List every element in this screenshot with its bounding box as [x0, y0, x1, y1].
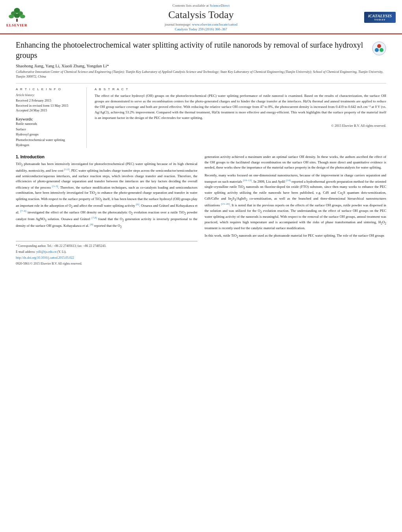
main-left-column: 1. Introduction TiO2 photoanode has been…: [16, 154, 197, 267]
abstract-text: The effect of the surface hydroxyl (OH) …: [95, 93, 386, 121]
right-paragraph-2: Recently, many works focused on one-dime…: [205, 173, 386, 231]
right-paragraph-3: In this work, rutile TiO2 nanorods are u…: [205, 233, 386, 239]
main-right-body: generation activity achieved a maximum u…: [205, 154, 386, 239]
doi-link[interactable]: http://dx.doi.org/10.1016/j.cattod.2015.…: [16, 256, 74, 260]
svg-point-9: [377, 44, 381, 48]
keyword-5: Hydrogen: [16, 143, 82, 148]
svg-point-6: [20, 15, 25, 19]
main-content-section: 1. Introduction TiO2 photoanode has been…: [16, 154, 386, 267]
doi-note: http://dx.doi.org/10.1016/j.cattod.2015.…: [16, 256, 197, 260]
svg-point-4: [9, 15, 14, 19]
email-label: E-mail address:: [16, 250, 35, 254]
article-info-label: A R T I C L E I N F O: [16, 87, 82, 91]
intro-paragraph-1: TiO2 photoanode has been intensively inv…: [16, 161, 197, 229]
catalysis-logo-title: iCATALYSIS: [367, 13, 393, 18]
article-title-section: Enhancing the photoelectrochemical water…: [16, 40, 386, 60]
copyright-line: © 2015 Elsevier B.V. All rights reserved…: [95, 124, 386, 128]
email-suffix: (Y. Li).: [57, 250, 66, 254]
catalysis-logo: iCATALYSIS TODAY: [364, 12, 396, 23]
homepage-label: journal homepage:: [165, 22, 191, 26]
catalysis-logo-sub: TODAY: [367, 18, 393, 21]
issn-note: 0920-5861/© 2015 Elsevier B.V. All right…: [16, 261, 197, 266]
keywords-block: Keywords: Rutile nanorods Surface Hydrox…: [16, 117, 82, 148]
main-left-body: TiO2 photoanode has been intensively inv…: [16, 161, 197, 229]
main-right-column: generation activity achieved a maximum u…: [205, 154, 386, 267]
crossmark-icon: [372, 41, 386, 56]
journal-center-header: Contents lists available at ScienceDirec…: [42, 3, 360, 31]
elsevier-logo: ELSEVIER: [6, 7, 42, 27]
elsevier-tree-icon: [6, 7, 28, 22]
abstract-label: A B S T R A C T: [95, 87, 386, 91]
article-history-block: Article history: Received 2 February 201…: [16, 93, 82, 113]
email-link[interactable]: ydli@tju.edu.cn: [36, 250, 56, 254]
keyword-3: Hydroxyl groups: [16, 132, 82, 137]
article-title: Enhancing the photoelectrochemical water…: [16, 40, 372, 60]
keyword-4: Photoelectrochemical water splitting: [16, 137, 82, 143]
article-history-label: Article history:: [16, 93, 82, 97]
svg-rect-7: [16, 19, 18, 22]
article-affiliation: Collaborative Innovation Center of Chemi…: [16, 70, 386, 79]
keyword-2: Surface: [16, 127, 82, 132]
sciencedirect-link[interactable]: ScienceDirect: [210, 4, 229, 7]
homepage-line: journal homepage: www.elsevier.com/locat…: [42, 22, 360, 26]
sciencedirect-prefix: Contents lists available at: [172, 4, 208, 7]
article-info-abstract-section: A R T I C L E I N F O Article history: R…: [16, 83, 386, 148]
footer-section: * Corresponding author. Tel.: +86 22 274…: [16, 241, 197, 266]
right-paragraph-1: generation activity achieved a maximum u…: [205, 154, 386, 171]
sciencedirect-line: Contents lists available at ScienceDirec…: [42, 3, 360, 7]
article-authors: Shaohong Jiang, Yang Li, Xiaoli Zhang, Y…: [16, 63, 386, 68]
keywords-label: Keywords:: [16, 117, 82, 121]
svg-point-10: [375, 48, 379, 52]
corresponding-note: * Corresponding author. Tel.: +86 22 274…: [16, 244, 197, 248]
article-info-column: A R T I C L E I N F O Article history: R…: [16, 87, 87, 148]
email-note: E-mail address: ydli@tju.edu.cn (Y. Li).: [16, 250, 197, 254]
journal-header: ELSEVIER Contents lists available at Sci…: [0, 0, 402, 34]
journal-title: Catalysis Today: [42, 9, 360, 21]
section1-heading: 1. Introduction: [16, 154, 197, 159]
catalysis-logo-section: iCATALYSIS TODAY: [360, 12, 396, 23]
revised-date: Received in revised form 13 May 2015: [16, 103, 82, 108]
elsevier-logo-section: ELSEVIER: [6, 7, 42, 27]
svg-point-11: [380, 48, 383, 52]
keyword-1: Rutile nanorods: [16, 121, 82, 127]
article-body: Enhancing the photoelectrochemical water…: [0, 34, 402, 275]
elsevier-label: ELSEVIER: [6, 23, 28, 27]
accepted-date: Accepted 24 May 2015: [16, 108, 82, 113]
abstract-column: A B S T R A C T The effect of the surfac…: [95, 87, 386, 148]
svg-point-8: [372, 42, 386, 55]
received-date: Received 2 February 2015: [16, 98, 82, 103]
journal-ref: Catalysis Today 259 (2016) 360–367: [42, 27, 360, 31]
homepage-link[interactable]: www.elsevier.com/locate/cattod: [192, 22, 237, 26]
svg-point-5: [14, 13, 20, 18]
